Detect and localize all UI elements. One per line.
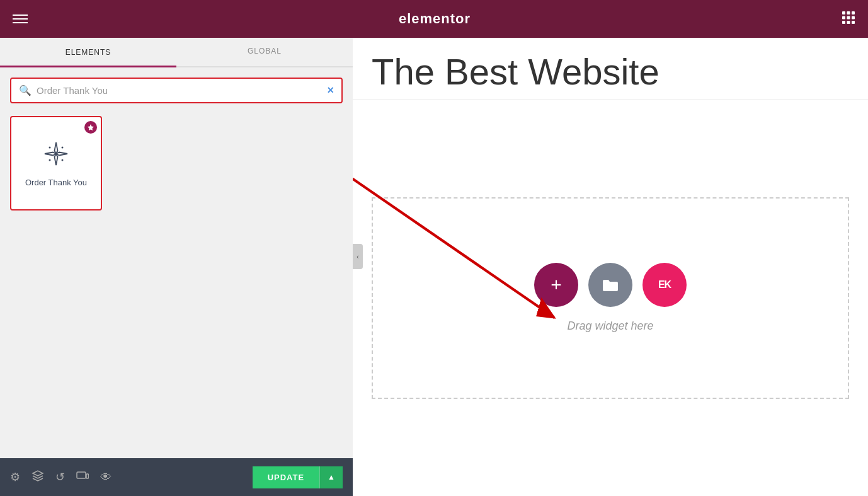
website-title: The Best Website: [353, 38, 868, 100]
svg-rect-15: [86, 474, 89, 478]
layers-icon[interactable]: [31, 470, 44, 485]
svg-point-11: [62, 146, 64, 148]
tab-elements[interactable]: ELEMENTS: [0, 39, 176, 67]
add-folder-button[interactable]: [588, 263, 632, 307]
svg-rect-14: [77, 472, 86, 478]
svg-point-12: [49, 159, 51, 161]
svg-rect-2: [852, 11, 855, 14]
search-area: 🔍 ×: [0, 67, 353, 111]
widget-pro-badge: [84, 121, 97, 134]
history-icon[interactable]: ↺: [55, 470, 65, 484]
drop-zone-buttons: + EK: [534, 263, 687, 307]
hamburger-icon[interactable]: [13, 14, 28, 23]
widget-sparkle-icon: [42, 140, 70, 171]
search-box: 🔍 ×: [10, 78, 343, 103]
settings-icon[interactable]: ⚙: [10, 470, 20, 484]
search-input[interactable]: [37, 85, 322, 96]
drop-zone-wrapper: + EK Drag widget here: [353, 100, 868, 496]
update-arrow-button[interactable]: ▲: [319, 466, 343, 488]
bottom-toolbar: ⚙ ↺ 👁 UPDATE ▲: [0, 458, 353, 496]
clear-icon[interactable]: ×: [327, 84, 334, 97]
responsive-icon[interactable]: [76, 470, 89, 485]
svg-rect-1: [847, 11, 850, 14]
add-widget-button[interactable]: +: [534, 263, 578, 307]
svg-rect-3: [842, 16, 845, 19]
svg-marker-9: [88, 124, 94, 130]
tab-global[interactable]: GLOBAL: [176, 38, 353, 66]
canvas-area: The Best Website + EK Drag widget here: [353, 38, 868, 496]
sidebar-wrapper: ELEMENTS GLOBAL 🔍 ×: [0, 38, 353, 496]
update-button[interactable]: UPDATE: [253, 466, 319, 488]
update-btn-group: UPDATE ▲: [253, 466, 343, 488]
collapse-sidebar-button[interactable]: ‹: [353, 244, 363, 269]
widget-label: Order Thank You: [25, 178, 87, 187]
widget-area: Order Thank You: [0, 111, 353, 458]
svg-rect-6: [842, 21, 845, 24]
elementor-logo: elementor: [399, 11, 471, 27]
drag-hint: Drag widget here: [567, 320, 653, 333]
svg-rect-4: [847, 16, 850, 19]
svg-rect-7: [847, 21, 850, 24]
drop-zone[interactable]: + EK Drag widget here: [372, 197, 849, 399]
svg-point-13: [62, 159, 64, 161]
search-icon: 🔍: [19, 84, 31, 96]
widget-card[interactable]: Order Thank You: [10, 116, 102, 211]
svg-rect-8: [852, 21, 855, 24]
elementor-kit-button[interactable]: EK: [642, 263, 687, 307]
top-bar: elementor: [0, 0, 868, 38]
svg-rect-5: [852, 16, 855, 19]
svg-point-10: [49, 146, 51, 148]
grid-icon[interactable]: [842, 11, 855, 28]
tabs-bar: ELEMENTS GLOBAL: [0, 38, 353, 67]
svg-rect-0: [842, 11, 845, 14]
preview-icon[interactable]: 👁: [100, 471, 111, 484]
